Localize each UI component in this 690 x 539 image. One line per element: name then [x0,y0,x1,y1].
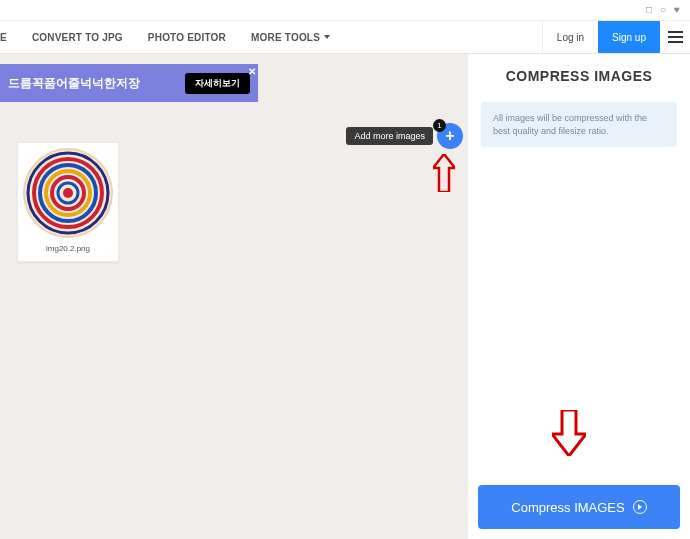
sidebar-title: COMPRESS IMAGES [468,68,690,84]
ad-cta-button[interactable]: 자세히보기 [185,73,250,94]
toolbar-icon: ♥ [674,4,680,15]
login-button[interactable]: Log in [542,21,598,53]
arrow-circle-icon [633,500,647,514]
image-count-badge: 1 [433,119,446,132]
chevron-down-icon [324,35,330,39]
annotation-arrow-up [433,154,455,192]
sidebar-panel: COMPRESS IMAGES All images will be compr… [468,54,690,539]
sidebar-info-text: All images will be compressed with the b… [481,102,677,147]
add-more-tooltip: Add more images [346,127,433,145]
compress-images-button[interactable]: Compress IMAGES [478,485,680,529]
nav-item[interactable]: E [0,32,7,43]
annotation-arrow-down [552,410,586,456]
ad-text: 드름꼭품어줄넉넉한저장 [8,75,140,92]
nav-more-tools[interactable]: MORE TOOLS [251,32,330,43]
image-card[interactable]: img20.2.png [17,142,119,262]
close-icon[interactable]: ✕ [248,66,256,77]
toolbar-icon: ○ [660,4,666,15]
signup-button[interactable]: Sign up [598,21,660,53]
ad-banner[interactable]: 드름꼭품어줄넉넉한저장 자세히보기 ✕ [0,64,258,102]
menu-icon[interactable] [660,21,690,53]
toolbar-icon: □ [646,4,652,15]
main-toolbar: E CONVERT TO JPG PHOTO EDITOR MORE TOOLS… [0,21,690,54]
workspace: 드름꼭품어줄넉넉한저장 자세히보기 ✕ img20.2.png Add more… [0,54,468,539]
nav-more-tools-label: MORE TOOLS [251,32,320,43]
add-more-images-button[interactable]: 1 [437,123,463,149]
image-filename: img20.2.png [46,244,90,253]
image-thumbnail [23,148,113,238]
svg-point-7 [63,188,73,198]
nav-photo-editor[interactable]: PHOTO EDITOR [148,32,226,43]
nav-convert-to-jpg[interactable]: CONVERT TO JPG [32,32,123,43]
compress-button-label: Compress IMAGES [511,500,624,515]
